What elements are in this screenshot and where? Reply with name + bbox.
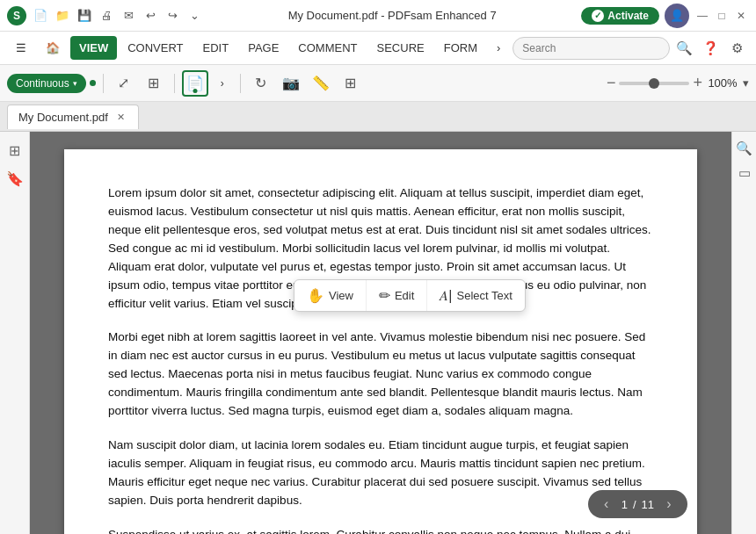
tab-close-btn[interactable]: ✕ [115, 111, 127, 123]
minimize-button[interactable]: — [694, 8, 710, 24]
user-avatar[interactable]: 👤 [665, 4, 689, 28]
menu-secure[interactable]: SECURE [368, 36, 433, 60]
current-page: 1 [622, 498, 628, 511]
page-chevron-btn[interactable]: › [212, 74, 233, 93]
menu-bar: ☰ 🏠 VIEW CONVERT EDIT PAGE COMMENT SECUR… [0, 32, 756, 65]
search-input[interactable] [512, 37, 670, 60]
ctx-select-text-btn[interactable]: 𝐴| Select Text [427, 281, 525, 311]
pdf-page: Lorem ipsum dolor sit amet, consectetur … [64, 149, 697, 534]
continuous-chevron: ▾ [73, 79, 77, 88]
window-title: My Document.pdf - PDFsam Enhanced 7 [208, 9, 576, 22]
page-separator: / [633, 498, 636, 511]
pdf-area: ✋ View ✏ Edit 𝐴| Select Text Lorem ipsum… [30, 132, 731, 534]
settings-icon[interactable]: ⚙ [724, 36, 749, 61]
page-navigation: ‹ 1 / 11 › [588, 490, 687, 518]
menu-home[interactable]: 🏠 [37, 36, 69, 60]
search-icon[interactable]: 🔍 [672, 36, 696, 61]
pencil-icon: ✏ [379, 287, 390, 304]
page-view-btn[interactable]: 📄 [182, 70, 208, 97]
pdf-paragraph-3: Nam suscipit dolor diam, ut lacinia lore… [108, 437, 653, 510]
zoom-in-btn[interactable]: + [693, 74, 702, 92]
zoom-slider[interactable] [619, 82, 689, 85]
grid-btn[interactable]: ⊞ [338, 70, 364, 97]
next-page-btn[interactable]: › [659, 494, 679, 514]
prev-page-btn[interactable]: ‹ [597, 494, 616, 514]
left-sidebar: ⊞ 🔖 [0, 132, 30, 534]
context-toolbar: ✋ View ✏ Edit 𝐴| Select Text [294, 279, 526, 312]
redo-icon[interactable]: ↪ [164, 7, 181, 25]
help-icon[interactable]: ❓ [698, 36, 723, 61]
zoom-dropdown-btn[interactable]: ▾ [743, 76, 749, 90]
new-file-icon[interactable]: 📄 [32, 7, 49, 25]
title-bar: S 📄 📁 💾 🖨 ✉ ↩ ↪ ⌄ My Document.pdf - PDFs… [0, 0, 756, 32]
sidebar-pages-icon[interactable]: ⊞ [4, 139, 26, 162]
cursor-text-icon: 𝐴| [440, 288, 452, 304]
open-file-icon[interactable]: 📁 [54, 7, 71, 25]
menu-view[interactable]: VIEW [70, 36, 117, 60]
pdf-paragraph-4: Suspendisse ut varius ex, at sagittis lo… [108, 526, 653, 534]
zoom-out-btn[interactable]: − [607, 74, 616, 92]
menu-more[interactable]: › [488, 36, 509, 60]
screenshot-btn[interactable]: 📷 [278, 70, 304, 97]
title-bar-icons: 📄 📁 💾 🖨 ✉ ↩ ↪ ⌄ [32, 7, 203, 25]
window-controls: — □ ✕ [694, 8, 749, 24]
divider-3 [240, 74, 241, 93]
continuous-label: Continuous [16, 77, 69, 90]
fit-page-btn[interactable]: ⤢ [111, 70, 137, 97]
close-button[interactable]: ✕ [733, 8, 749, 24]
pdf-paragraph-2: Morbi eget nibh at lorem sagittis laoree… [108, 328, 653, 421]
divider-1 [103, 74, 104, 93]
right-sidebar: 🔍 ▭ [731, 132, 756, 534]
ctx-view-btn[interactable]: ✋ View [294, 280, 367, 311]
split-view-btn[interactable]: ⊞ [141, 70, 167, 97]
email-icon[interactable]: ✉ [120, 7, 137, 25]
menu-comment[interactable]: COMMENT [289, 36, 366, 60]
menu-hamburger[interactable]: ☰ [7, 36, 35, 60]
app-logo: S [7, 6, 26, 25]
sidebar-bookmarks-icon[interactable]: 🔖 [4, 167, 26, 190]
activate-button[interactable]: Activate [581, 7, 659, 25]
menu-edit[interactable]: EDIT [194, 36, 238, 60]
hand-icon: ✋ [307, 287, 324, 304]
continuous-view-btn[interactable]: Continuous ▾ [7, 74, 86, 93]
undo-icon[interactable]: ↩ [142, 7, 159, 25]
tab-label: My Document.pdf [18, 111, 108, 124]
tab-bar: My Document.pdf ✕ [0, 102, 756, 132]
menu-page[interactable]: PAGE [239, 36, 287, 60]
divider-2 [174, 74, 175, 93]
main-area: ⊞ 🔖 ✋ View ✏ Edit 𝐴| Select Text Lorem i… [0, 132, 756, 534]
zoom-label: 100% [706, 76, 739, 90]
page-chevron-icon: › [221, 77, 224, 90]
menu-convert[interactable]: CONVERT [119, 36, 192, 60]
zoom-controls: − + 100% ▾ [607, 74, 749, 92]
toolbar: Continuous ▾ ⤢ ⊞ 📄 › ↻ 📷 📏 ⊞ − + 100% ▾ [0, 65, 756, 102]
rotate-btn[interactable]: ↻ [248, 70, 274, 97]
document-tab[interactable]: My Document.pdf ✕ [7, 105, 139, 129]
view-mode-dot [90, 80, 96, 86]
panel-icon-2[interactable]: ▭ [735, 163, 754, 183]
maximize-button[interactable]: □ [714, 8, 730, 24]
page-badge [193, 89, 197, 93]
total-pages: 11 [642, 498, 654, 511]
print-icon[interactable]: 🖨 [98, 7, 115, 25]
measure-btn[interactable]: 📏 [308, 70, 334, 97]
view-mode-group: Continuous ▾ [7, 74, 96, 93]
zoom-slider-thumb [649, 78, 659, 89]
ctx-edit-btn[interactable]: ✏ Edit [367, 280, 427, 311]
menu-form[interactable]: FORM [435, 36, 486, 60]
more-icon[interactable]: ⌄ [185, 7, 203, 25]
save-icon[interactable]: 💾 [76, 7, 93, 25]
search-panel-icon[interactable]: 🔍 [735, 139, 754, 158]
